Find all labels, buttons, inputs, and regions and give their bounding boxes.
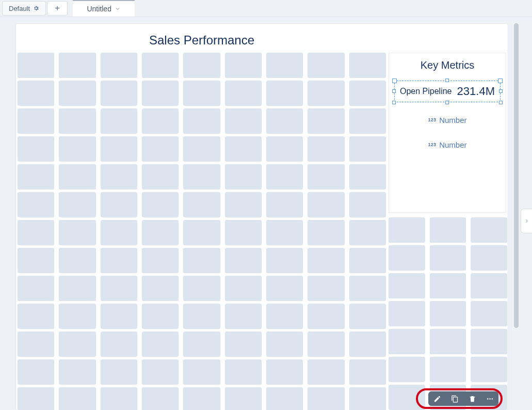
- grid-cell[interactable]: [349, 359, 386, 385]
- grid-cell[interactable]: [225, 248, 262, 273]
- grid-cell[interactable]: [266, 164, 303, 190]
- grid-cell[interactable]: [266, 304, 303, 329]
- grid-cell[interactable]: [389, 273, 425, 298]
- grid-cell[interactable]: [430, 217, 466, 243]
- grid-cell[interactable]: [471, 329, 507, 354]
- grid-cell[interactable]: [101, 276, 137, 301]
- grid-cell[interactable]: [183, 164, 220, 190]
- grid-cell[interactable]: [349, 220, 386, 245]
- grid-cell[interactable]: [59, 108, 95, 134]
- grid-cell[interactable]: [18, 387, 54, 410]
- grid-cell[interactable]: [471, 301, 507, 326]
- grid-cell[interactable]: [389, 357, 425, 382]
- grid-cell[interactable]: [225, 136, 262, 162]
- grid-cell[interactable]: [266, 220, 303, 245]
- grid-cell[interactable]: [389, 385, 425, 410]
- grid-cell[interactable]: [59, 81, 95, 106]
- grid-cell[interactable]: [308, 108, 344, 134]
- grid-cell[interactable]: [308, 332, 344, 357]
- grid-cell[interactable]: [471, 245, 507, 271]
- grid-cell[interactable]: [101, 192, 137, 217]
- grid-cell[interactable]: [349, 387, 386, 410]
- grid-cell[interactable]: [183, 387, 220, 410]
- grid-cell[interactable]: [18, 332, 54, 357]
- grid-cell[interactable]: [308, 304, 344, 329]
- grid-cell[interactable]: [142, 359, 179, 385]
- grid-cell[interactable]: [18, 359, 54, 385]
- grid-cell[interactable]: [225, 332, 262, 357]
- grid-cell[interactable]: [59, 53, 95, 78]
- grid-cell[interactable]: [471, 357, 507, 382]
- metric-placeholder-number[interactable]: 123 Number: [397, 133, 497, 156]
- grid-cell[interactable]: [18, 164, 54, 190]
- grid-cell[interactable]: [308, 192, 344, 217]
- grid-cell[interactable]: [225, 220, 262, 245]
- grid-cell[interactable]: [349, 108, 386, 134]
- grid-cell[interactable]: [266, 192, 303, 217]
- grid-cell[interactable]: [266, 108, 303, 134]
- grid-cell[interactable]: [266, 387, 303, 410]
- grid-cell[interactable]: [266, 136, 303, 162]
- selection-handle[interactable]: [499, 101, 503, 104]
- grid-cell[interactable]: [308, 276, 344, 301]
- more-button[interactable]: [484, 393, 495, 404]
- grid-cell[interactable]: [225, 81, 262, 106]
- grid-cell[interactable]: [183, 220, 220, 245]
- grid-cell[interactable]: [430, 273, 466, 298]
- grid-cell[interactable]: [183, 108, 220, 134]
- layout-grid[interactable]: [18, 53, 386, 410]
- copy-button[interactable]: [449, 393, 460, 404]
- selection-handle[interactable]: [499, 89, 503, 93]
- grid-cell[interactable]: [430, 357, 466, 382]
- grid-cell[interactable]: [142, 136, 179, 162]
- grid-cell[interactable]: [349, 276, 386, 301]
- dashboard-canvas[interactable]: Sales Performance Key Metrics Open Pipel…: [15, 23, 508, 410]
- grid-cell[interactable]: [18, 136, 54, 162]
- grid-cell[interactable]: [225, 359, 262, 385]
- grid-cell[interactable]: [308, 81, 344, 106]
- grid-cell[interactable]: [471, 217, 507, 243]
- grid-cell[interactable]: [101, 220, 137, 245]
- grid-cell[interactable]: [142, 108, 179, 134]
- grid-cell[interactable]: [101, 359, 137, 385]
- grid-cell[interactable]: [266, 248, 303, 273]
- grid-cell[interactable]: [266, 53, 303, 78]
- grid-cell[interactable]: [183, 81, 220, 106]
- layout-grid-right[interactable]: [389, 217, 507, 410]
- grid-cell[interactable]: [183, 248, 220, 273]
- grid-cell[interactable]: [59, 276, 95, 301]
- grid-cell[interactable]: [142, 220, 179, 245]
- grid-cell[interactable]: [308, 164, 344, 190]
- grid-cell[interactable]: [349, 81, 386, 106]
- grid-cell[interactable]: [183, 359, 220, 385]
- grid-cell[interactable]: [308, 359, 344, 385]
- grid-cell[interactable]: [142, 248, 179, 273]
- grid-cell[interactable]: [59, 332, 95, 357]
- grid-cell[interactable]: [389, 301, 425, 326]
- grid-cell[interactable]: [183, 304, 220, 329]
- grid-cell[interactable]: [266, 359, 303, 385]
- grid-cell[interactable]: [308, 136, 344, 162]
- grid-cell[interactable]: [183, 332, 220, 357]
- grid-cell[interactable]: [308, 220, 344, 245]
- grid-cell[interactable]: [18, 276, 54, 301]
- grid-cell[interactable]: [349, 192, 386, 217]
- grid-cell[interactable]: [225, 164, 262, 190]
- grid-cell[interactable]: [430, 329, 466, 354]
- grid-cell[interactable]: [59, 192, 95, 217]
- tab-add-button[interactable]: +: [47, 1, 68, 15]
- panel-expand-button[interactable]: [521, 209, 532, 233]
- grid-cell[interactable]: [101, 164, 137, 190]
- delete-button[interactable]: [466, 393, 478, 404]
- grid-cell[interactable]: [349, 164, 386, 190]
- grid-cell[interactable]: [225, 192, 262, 217]
- grid-cell[interactable]: [308, 53, 344, 78]
- selection-handle[interactable]: [392, 89, 396, 93]
- grid-cell[interactable]: [142, 164, 179, 190]
- selection-handle[interactable]: [392, 101, 396, 104]
- grid-cell[interactable]: [349, 136, 386, 162]
- grid-cell[interactable]: [101, 248, 137, 273]
- grid-cell[interactable]: [225, 304, 262, 329]
- grid-cell[interactable]: [266, 332, 303, 357]
- grid-cell[interactable]: [142, 53, 179, 78]
